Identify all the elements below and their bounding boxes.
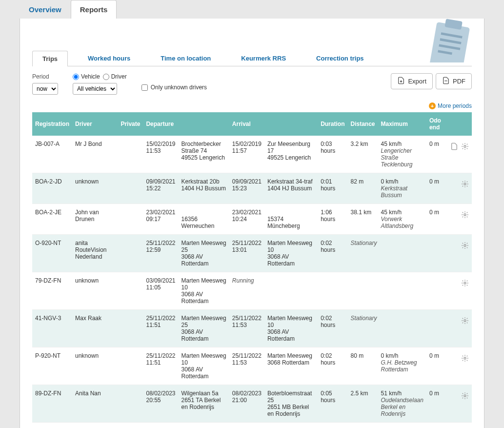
table-row: BOA-2-JEJohn van Drunen23/02/202109:1716… bbox=[32, 204, 472, 235]
table-row: 41-NGV-3Max Raak25/11/202211:51Marten Me… bbox=[32, 310, 472, 347]
unknown-drivers-checkbox[interactable]: Only unknown drivers bbox=[141, 84, 207, 91]
svg-point-8 bbox=[464, 183, 466, 185]
table-row: 89-DZ-FNAnita Nan08/02/202320:55Wilgenla… bbox=[32, 385, 472, 423]
subtab-worked-hours[interactable]: Worked hours bbox=[78, 50, 141, 66]
subtab-time-on-location[interactable]: Time on location bbox=[150, 50, 221, 66]
th-driver[interactable]: Driver bbox=[72, 112, 118, 136]
subtab-correction-trips[interactable]: Correction trips bbox=[306, 50, 374, 66]
subtab-trips[interactable]: Trips bbox=[32, 51, 68, 66]
reports-panel: Trips Worked hours Time on location Keur… bbox=[20, 19, 484, 428]
svg-point-11 bbox=[464, 282, 466, 284]
th-registration[interactable]: Registration bbox=[32, 112, 72, 136]
th-private[interactable]: Private bbox=[118, 112, 143, 136]
radio-driver[interactable]: Driver bbox=[103, 73, 127, 80]
gear-icon[interactable] bbox=[461, 242, 469, 249]
period-select[interactable]: now bbox=[32, 83, 58, 95]
clipboard-icon bbox=[425, 19, 474, 62]
document-icon[interactable] bbox=[450, 143, 458, 150]
table-row: Boot SteefSteef Kas14/07/202108:38Hollan… bbox=[32, 423, 472, 428]
th-maximum[interactable]: Maximum bbox=[378, 112, 426, 136]
vehicles-select[interactable]: All vehicles bbox=[73, 83, 117, 95]
export-button[interactable]: Export bbox=[391, 73, 433, 89]
th-odo-end[interactable]: Odo end bbox=[426, 112, 447, 136]
gear-icon[interactable] bbox=[461, 279, 469, 287]
gear-icon[interactable] bbox=[461, 317, 469, 325]
svg-point-10 bbox=[464, 245, 466, 246]
table-row: JB-007-AMr J Bond15/02/201911:53Brochter… bbox=[32, 136, 472, 173]
th-departure[interactable]: Departure bbox=[143, 112, 229, 136]
svg-point-7 bbox=[464, 145, 466, 147]
period-label: Period bbox=[32, 73, 58, 80]
sub-tabs: Trips Worked hours Time on location Keur… bbox=[32, 50, 472, 66]
gear-icon[interactable] bbox=[461, 354, 469, 362]
table-row: O-920-NTanita RouteVision Nederland25/11… bbox=[32, 235, 472, 272]
th-duration[interactable]: Duration bbox=[318, 112, 347, 136]
svg-point-12 bbox=[464, 320, 466, 322]
pdf-icon bbox=[442, 77, 450, 86]
trips-table: Registration Driver Private Departure Ar… bbox=[32, 112, 472, 428]
radio-vehicle[interactable]: Vehicle bbox=[73, 73, 100, 80]
export-icon bbox=[397, 77, 405, 86]
svg-point-13 bbox=[464, 357, 466, 359]
gear-icon[interactable] bbox=[461, 392, 469, 400]
th-distance[interactable]: Distance bbox=[347, 112, 378, 136]
gear-icon[interactable] bbox=[461, 143, 469, 150]
tab-reports[interactable]: Reports bbox=[71, 0, 117, 19]
table-row: 79-DZ-FNunknown03/09/202111:05Marten Mee… bbox=[32, 272, 472, 310]
gear-icon[interactable] bbox=[461, 180, 469, 188]
svg-rect-6 bbox=[444, 81, 447, 81]
table-row: BOA-2-JDunknown09/09/202115:22Kerkstraat… bbox=[32, 173, 472, 204]
pdf-button[interactable]: PDF bbox=[436, 73, 472, 89]
plus-icon: + bbox=[429, 102, 436, 109]
tab-overview[interactable]: Overview bbox=[20, 0, 71, 19]
svg-point-9 bbox=[464, 214, 466, 216]
th-arrival[interactable]: Arrival bbox=[229, 112, 318, 136]
top-tabs: Overview Reports bbox=[20, 0, 484, 19]
gear-icon[interactable] bbox=[461, 211, 469, 219]
svg-point-14 bbox=[464, 395, 466, 397]
more-periods-link[interactable]: + More periods bbox=[429, 102, 472, 109]
table-row: P-920-NTunknown25/11/202211:51Marten Mee… bbox=[32, 347, 472, 385]
subtab-keurmerk-rrs[interactable]: Keurmerk RRS bbox=[231, 50, 296, 66]
